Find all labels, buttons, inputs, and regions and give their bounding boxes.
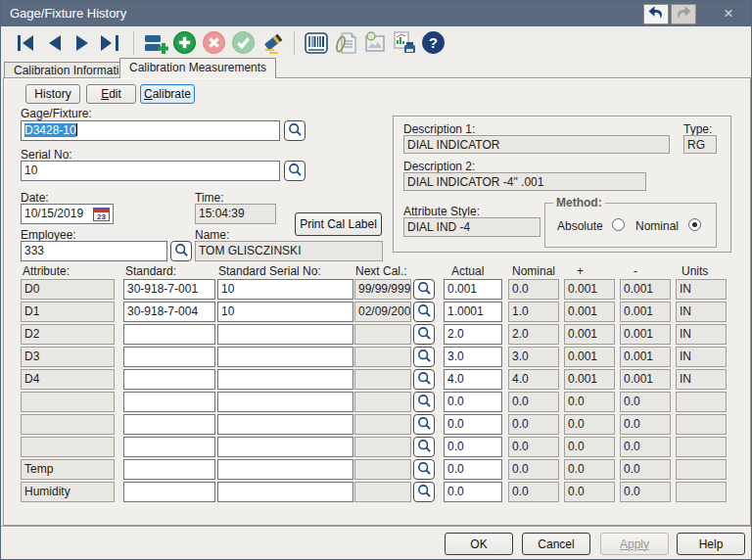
attribute-style-field: DIAL IND -4 [403, 217, 540, 237]
actual-input[interactable]: 0.0 [444, 459, 502, 480]
standard-search-button[interactable] [413, 482, 435, 502]
actual-input[interactable]: 0.0 [444, 392, 502, 412]
delete-button[interactable] [201, 29, 227, 56]
nominal-cell: 2.0 [508, 324, 559, 345]
attribute-cell [21, 437, 115, 457]
plus-circle-icon [172, 30, 197, 55]
actual-input[interactable]: 0.0 [444, 414, 502, 435]
standard-search-button[interactable] [413, 347, 435, 367]
next-record-button[interactable] [70, 29, 96, 56]
standard-input[interactable] [123, 482, 215, 502]
attach-image-button[interactable] [361, 29, 388, 56]
minus-tolerance-cell: 0.001 [620, 369, 671, 390]
standard-serial-input[interactable] [217, 459, 353, 480]
standard-search-button[interactable] [413, 279, 435, 300]
standard-search-button[interactable] [413, 459, 435, 480]
minus-tolerance-cell: 0.001 [620, 302, 671, 322]
attribute-cell [21, 414, 115, 435]
barcode-button[interactable] [303, 29, 329, 56]
standard-input[interactable]: 30-918-7-001 [123, 279, 215, 300]
standard-search-button[interactable] [413, 302, 435, 322]
history-button[interactable]: History [25, 84, 80, 104]
standard-serial-input[interactable] [217, 437, 353, 457]
magnifier-icon [417, 461, 432, 479]
magnifier-icon [417, 416, 432, 434]
attribute-cell: Temp [21, 459, 115, 480]
help-button[interactable]: ? [420, 29, 446, 56]
method-nominal-radio[interactable] [688, 218, 701, 231]
standard-serial-input[interactable] [217, 369, 353, 390]
standard-search-button[interactable] [413, 324, 435, 345]
magnifier-icon [417, 439, 432, 456]
cancel-button[interactable]: Cancel [522, 533, 590, 555]
nav-forward-button[interactable] [671, 4, 696, 24]
confirm-button[interactable] [230, 29, 257, 56]
standard-serial-input[interactable] [217, 414, 353, 435]
actual-input[interactable]: 0.0 [444, 437, 502, 457]
next-cal-cell: 99/99/9999 [354, 279, 411, 300]
actual-input[interactable]: 0.001 [444, 279, 502, 300]
standard-input[interactable] [123, 392, 215, 412]
plus-tolerance-cell: 0.001 [564, 347, 615, 367]
standard-input[interactable] [123, 437, 215, 457]
actual-input[interactable]: 3.0 [444, 347, 502, 367]
employee-input[interactable]: 333 [21, 241, 167, 261]
employee-search-button[interactable] [170, 241, 192, 261]
standard-serial-input[interactable] [217, 347, 353, 367]
serial-no-search-button[interactable] [284, 161, 306, 181]
standard-input[interactable] [123, 324, 215, 345]
serial-no-input[interactable]: 10 [21, 161, 280, 181]
time-field: 15:04:39 [195, 204, 276, 224]
edit-button[interactable]: Edit [86, 84, 136, 104]
gage-fixture-search-button[interactable] [284, 120, 306, 141]
ok-button[interactable]: OK [445, 533, 513, 555]
standard-input[interactable] [123, 414, 215, 435]
print-cal-label-button[interactable]: Print Cal Label [295, 212, 382, 236]
magnifier-icon [174, 243, 189, 260]
actual-input[interactable]: 1.0001 [444, 302, 502, 322]
header-nominal: Nominal [512, 264, 555, 278]
standard-search-button[interactable] [413, 437, 435, 457]
first-record-button[interactable] [11, 29, 37, 56]
actual-input[interactable]: 2.0 [444, 324, 502, 345]
help-footer-button[interactable]: Help [677, 533, 745, 555]
attribute-cell: D3 [21, 347, 115, 367]
attach-file-button[interactable] [332, 29, 358, 56]
apply-button[interactable]: Apply [600, 533, 669, 555]
standard-input[interactable] [123, 369, 215, 390]
description1-field: DIAL INDICATOR [403, 135, 670, 154]
previous-record-button[interactable] [40, 29, 67, 56]
actual-input[interactable]: 4.0 [444, 369, 502, 390]
gage-fixture-input[interactable]: D3428-10 [21, 120, 280, 141]
nav-back-button[interactable] [643, 4, 669, 24]
actual-input[interactable]: 0.0 [444, 482, 502, 502]
minus-tolerance-cell: 0.001 [620, 279, 671, 300]
erase-button[interactable] [259, 29, 286, 56]
date-input[interactable]: 10/15/2019 23 [21, 204, 114, 224]
last-record-button[interactable] [99, 29, 125, 56]
calendar-icon[interactable]: 23 [93, 208, 110, 221]
standard-serial-input[interactable]: 10 [217, 279, 353, 300]
standard-serial-input[interactable]: 10 [217, 302, 353, 322]
standard-search-button[interactable] [413, 369, 435, 390]
print-report-button[interactable] [391, 29, 417, 56]
standard-input[interactable]: 30-918-7-004 [123, 302, 215, 322]
tab-calibration-measurements[interactable]: Calibration Measurements [119, 58, 276, 78]
standard-search-button[interactable] [413, 414, 435, 435]
toolbar: ? [1, 27, 751, 58]
magnifier-icon [417, 484, 432, 501]
calibrate-button[interactable]: Calibrate [140, 84, 195, 104]
close-button[interactable]: × [718, 1, 739, 26]
units-cell: IN [676, 279, 727, 300]
standard-serial-input[interactable] [217, 482, 353, 502]
add-button[interactable] [171, 29, 198, 56]
standard-search-button[interactable] [413, 392, 435, 412]
standard-input[interactable] [123, 347, 215, 367]
standard-serial-input[interactable] [217, 392, 353, 412]
add-record-button[interactable] [142, 29, 168, 56]
method-absolute-radio[interactable] [612, 218, 625, 231]
standard-serial-input[interactable] [217, 324, 353, 345]
standard-input[interactable] [123, 459, 215, 480]
eraser-icon [260, 30, 286, 56]
toolbar-separator [133, 31, 134, 55]
